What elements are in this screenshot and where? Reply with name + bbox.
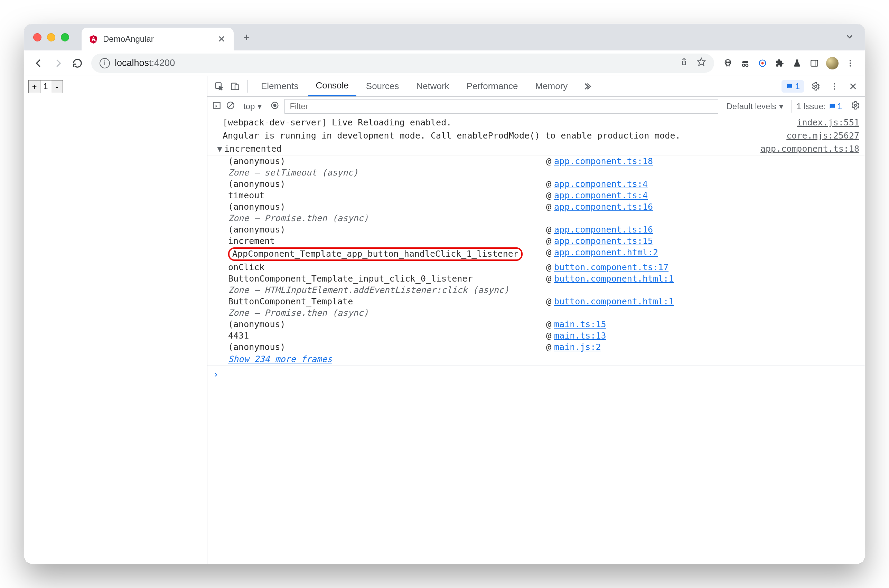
source-link[interactable]: app.component.ts:4 bbox=[554, 179, 648, 189]
console-output: [webpack-dev-server] Live Reloading enab… bbox=[207, 116, 865, 564]
console-sidebar-toggle-icon[interactable] bbox=[212, 101, 221, 112]
address-bar[interactable]: i localhost:4200 bbox=[91, 54, 714, 73]
source-link[interactable]: core.mjs:25627 bbox=[786, 130, 859, 141]
show-more-frames[interactable]: Show 234 more frames bbox=[207, 353, 865, 366]
tab-console[interactable]: Console bbox=[308, 76, 356, 96]
svg-point-28 bbox=[274, 104, 276, 106]
issues-button[interactable]: 1 Issue: 1 bbox=[797, 102, 842, 111]
angular-favicon-icon bbox=[89, 34, 98, 44]
tab-network[interactable]: Network bbox=[408, 76, 457, 96]
svg-point-6 bbox=[742, 64, 745, 66]
source-link[interactable]: main.ts:15 bbox=[554, 319, 606, 329]
device-toolbar-icon[interactable] bbox=[228, 80, 242, 93]
new-tab-button[interactable]: + bbox=[239, 30, 254, 45]
svg-marker-2 bbox=[698, 58, 705, 66]
stack-frame: (anonymous)@main.js:2 bbox=[207, 341, 865, 353]
log-group-header[interactable]: ▼incremented app.component.ts:18 bbox=[207, 142, 865, 156]
tab-performance[interactable]: Performance bbox=[459, 76, 526, 96]
live-expression-icon[interactable] bbox=[270, 100, 279, 112]
stack-frame: ButtonComponent_Template@button.componen… bbox=[207, 296, 865, 307]
settings-icon[interactable] bbox=[809, 80, 823, 93]
svg-point-5 bbox=[728, 62, 730, 63]
context-selector[interactable]: top ▾ bbox=[240, 100, 265, 112]
source-link[interactable]: index.js:551 bbox=[797, 117, 859, 128]
svg-point-9 bbox=[761, 62, 764, 64]
svg-point-13 bbox=[850, 62, 851, 64]
log-row: Angular is running in development mode. … bbox=[207, 129, 865, 142]
increment-button[interactable]: + bbox=[29, 81, 41, 93]
counter-value: 1 bbox=[41, 81, 51, 93]
browser-menu-icon[interactable] bbox=[845, 58, 856, 69]
extension-incognito-icon[interactable] bbox=[740, 58, 751, 69]
tab-elements[interactable]: Elements bbox=[253, 76, 306, 96]
decrement-button[interactable]: - bbox=[51, 81, 63, 93]
tab-strip: DemoAngular ✕ + bbox=[24, 24, 865, 51]
source-link[interactable]: button.component.ts:17 bbox=[554, 262, 668, 272]
close-window-button[interactable] bbox=[33, 33, 42, 42]
console-settings-icon[interactable] bbox=[851, 101, 860, 112]
stack-frame: timeout@app.component.ts:4 bbox=[207, 190, 865, 201]
clear-console-icon[interactable] bbox=[226, 101, 235, 112]
console-prompt[interactable]: › bbox=[207, 366, 865, 383]
bookmark-icon[interactable] bbox=[697, 57, 706, 69]
stack-frame: Zone — setTimeout (async) bbox=[207, 167, 865, 178]
source-link[interactable]: app.component.ts:18 bbox=[760, 144, 859, 154]
svg-rect-24 bbox=[213, 102, 220, 108]
chevron-down-icon: ▾ bbox=[257, 102, 262, 111]
svg-line-26 bbox=[228, 103, 233, 108]
log-row: [webpack-dev-server] Live Reloading enab… bbox=[207, 116, 865, 129]
log-levels-selector[interactable]: Default levels ▾ bbox=[723, 100, 787, 112]
stack-frame: 4431@main.ts:13 bbox=[207, 330, 865, 341]
tab-memory[interactable]: Memory bbox=[527, 76, 575, 96]
close-devtools-icon[interactable] bbox=[846, 80, 860, 93]
stack-frame: Zone — Promise.then (async) bbox=[207, 307, 865, 318]
share-icon[interactable] bbox=[680, 57, 689, 69]
tab-sources[interactable]: Sources bbox=[359, 76, 407, 96]
forward-button[interactable] bbox=[50, 55, 66, 72]
source-link[interactable]: app.component.ts:16 bbox=[554, 202, 653, 212]
extensions-puzzle-icon[interactable] bbox=[774, 58, 785, 69]
devtools-panel: Elements Console Sources Network Perform… bbox=[207, 76, 865, 564]
source-link[interactable]: app.component.ts:4 bbox=[554, 190, 648, 200]
disclosure-triangle-icon: ▼ bbox=[217, 144, 222, 154]
profile-avatar[interactable] bbox=[826, 57, 838, 69]
svg-rect-17 bbox=[235, 85, 239, 90]
maximize-window-button[interactable] bbox=[61, 33, 69, 42]
stack-frame: (anonymous)@app.component.ts:4 bbox=[207, 178, 865, 190]
minimize-window-button[interactable] bbox=[47, 33, 55, 42]
svg-rect-10 bbox=[811, 60, 818, 66]
filter-input[interactable] bbox=[284, 99, 718, 114]
source-link[interactable]: app.component.ts:15 bbox=[554, 236, 653, 246]
extension-skull-icon[interactable] bbox=[722, 58, 733, 69]
source-link[interactable]: main.ts:13 bbox=[554, 331, 606, 340]
more-tabs-icon[interactable] bbox=[580, 80, 594, 93]
window-controls bbox=[33, 33, 69, 42]
extension-flask-icon[interactable] bbox=[791, 58, 803, 69]
site-info-icon[interactable]: i bbox=[99, 58, 110, 68]
console-toolbar: top ▾ Default levels ▾ 1 Issue: 1 bbox=[207, 97, 865, 116]
source-link[interactable]: app.component.ts:18 bbox=[554, 156, 653, 166]
side-panel-icon[interactable] bbox=[809, 58, 820, 69]
source-link[interactable]: button.component.html:1 bbox=[554, 296, 674, 306]
stack-frame: (anonymous)@app.component.ts:16 bbox=[207, 224, 865, 235]
source-link[interactable]: app.component.html:2 bbox=[554, 248, 658, 261]
source-link[interactable]: main.js:2 bbox=[554, 342, 601, 352]
svg-point-7 bbox=[746, 64, 748, 66]
tabs-dropdown-icon[interactable] bbox=[845, 32, 854, 43]
inspect-element-icon[interactable] bbox=[212, 80, 226, 93]
tab-title: DemoAngular bbox=[103, 34, 212, 44]
stack-frame: (anonymous)@app.component.ts:16 bbox=[207, 201, 865, 213]
back-button[interactable] bbox=[30, 55, 47, 72]
close-tab-icon[interactable]: ✕ bbox=[216, 34, 227, 45]
devtools-menu-icon[interactable] bbox=[827, 80, 841, 93]
extension-icons bbox=[722, 57, 856, 69]
svg-point-14 bbox=[850, 65, 851, 66]
stack-frame: (anonymous)@app.component.ts:18 bbox=[207, 156, 865, 167]
svg-point-4 bbox=[726, 62, 728, 63]
extension-target-icon[interactable] bbox=[757, 58, 768, 69]
source-link[interactable]: button.component.html:1 bbox=[554, 274, 674, 284]
reload-button[interactable] bbox=[69, 55, 86, 72]
messages-badge[interactable]: 1 bbox=[781, 80, 804, 93]
source-link[interactable]: app.component.ts:16 bbox=[554, 225, 653, 235]
browser-tab[interactable]: DemoAngular ✕ bbox=[81, 28, 234, 51]
